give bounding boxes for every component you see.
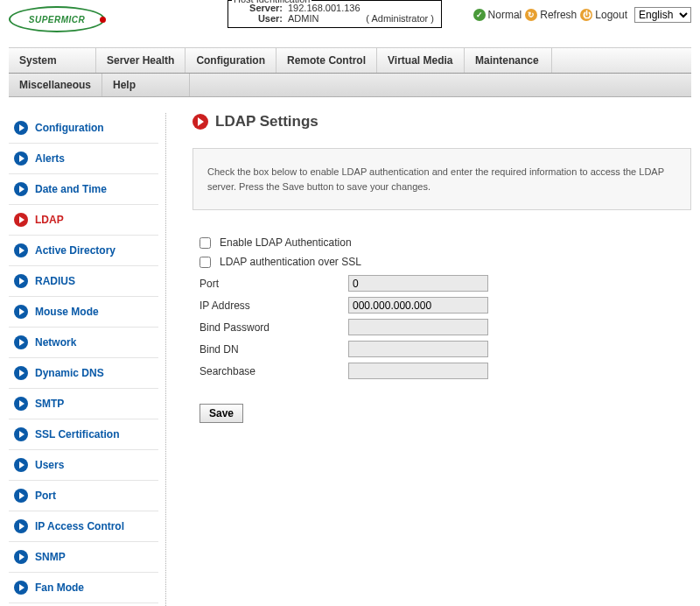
sidebar-item-smtp[interactable]: SMTP [9,389,158,419]
arrow-right-icon [14,489,28,503]
menu-virtual-media[interactable]: Virtual Media [377,48,465,73]
menu-maintenance[interactable]: Maintenance [465,48,552,73]
sidebar-item-mouse-mode[interactable]: Mouse Mode [9,297,158,328]
sidebar-item-label: LDAP [35,214,64,226]
port-label: Port [200,278,348,290]
menubar-secondary: MiscellaneousHelp [9,74,691,97]
arrow-right-icon [14,305,28,319]
enable-ldap-checkbox[interactable] [200,237,211,249]
info-box: Check the box below to enable LDAP authe… [192,148,691,210]
sidebar-item-alerts[interactable]: Alerts [9,144,158,174]
host-legend: Host Identification [232,0,312,4]
arrow-right-icon [192,114,208,130]
arrow-right-icon [14,182,28,196]
sidebar-item-label: Port [35,490,56,502]
arrow-right-icon [14,213,28,227]
ip-input[interactable] [348,297,488,314]
menubar-primary: SystemServer HealthConfigurationRemote C… [9,47,691,74]
sidebar-item-port[interactable]: Port [9,481,158,511]
main: ConfigurationAlertsDate and TimeLDAPActi… [0,97,700,606]
logo-text: SUPERMICR [29,15,86,25]
sidebar-item-fan-mode[interactable]: Fan Mode [9,573,158,603]
arrow-right-icon [14,366,28,380]
sidebar-item-label: Alerts [35,152,65,165]
binddn-input[interactable] [348,341,488,357]
sidebar-item-label: Users [35,459,64,471]
logo-dot-icon [100,17,106,23]
sidebar-item-label: Dynamic DNS [35,367,104,379]
arrow-right-icon [14,243,28,257]
sidebar-item-label: SNMP [35,551,66,563]
sidebar-item-date-and-time[interactable]: Date and Time [9,174,158,205]
logout-link[interactable]: Logout [595,9,627,21]
enable-ldap-label: Enable LDAP Authentication [220,236,352,249]
form-area: Enable LDAP Authentication LDAP authenti… [192,236,691,423]
sidebar-item-label: Configuration [35,122,104,134]
bindpw-input[interactable] [348,319,488,335]
sidebar-item-label: SMTP [35,398,64,410]
sidebar-item-ip-access-control[interactable]: IP Access Control [9,511,158,542]
sidebar-item-label: RADIUS [35,275,75,287]
sidebar-item-radius[interactable]: RADIUS [9,266,158,297]
arrow-right-icon [14,550,28,564]
ip-label: IP Address [200,299,348,312]
ldap-ssl-label: LDAP authentication over SSL [220,256,361,268]
searchbase-label: Searchbase [200,365,348,377]
binddn-label: Bind DN [200,343,348,356]
ip-row: IP Address [200,297,691,314]
searchbase-input[interactable] [348,363,488,379]
port-row: Port [200,275,691,292]
user-label: User: [235,13,288,24]
language-select[interactable]: English [634,7,691,23]
sidebar-item-label: Fan Mode [35,581,84,594]
sidebar-item-configuration[interactable]: Configuration [9,113,158,144]
menu-server-health[interactable]: Server Health [96,48,186,73]
sidebar-item-users[interactable]: Users [9,450,158,481]
menu-help[interactable]: Help [102,74,190,96]
bindpw-label: Bind Password [200,321,348,334]
page-title-row: LDAP Settings [192,113,691,130]
arrow-right-icon [14,397,28,411]
header: SUPERMICR Host Identification Server: 19… [0,0,700,37]
refresh-link[interactable]: Refresh [540,9,577,21]
binddn-row: Bind DN [200,341,691,357]
status-normal: Normal [488,9,522,21]
sidebar-item-ldap[interactable]: LDAP [9,205,158,236]
arrow-right-icon [14,152,28,166]
user-value: ADMIN [288,13,348,24]
checkmark-icon: ✓ [473,9,486,21]
port-input[interactable] [348,275,488,292]
arrow-right-icon [14,519,28,533]
ldap-ssl-row: LDAP authentication over SSL [200,256,691,268]
sidebar-item-label: IP Access Control [35,520,124,532]
sidebar-item-active-directory[interactable]: Active Directory [9,236,158,266]
menu-remote-control[interactable]: Remote Control [276,48,377,73]
sidebar: ConfigurationAlertsDate and TimeLDAPActi… [9,113,166,606]
sidebar-item-label: SSL Certification [35,428,119,440]
refresh-icon: ↻ [525,9,537,21]
sidebar-item-label: Mouse Mode [35,306,99,318]
sidebar-item-snmp[interactable]: SNMP [9,542,158,573]
content: LDAP Settings Check the box below to ena… [166,113,691,606]
ldap-ssl-checkbox[interactable] [200,257,211,268]
user-role: ( Administrator ) [348,13,434,24]
arrow-right-icon [14,274,28,288]
logo-ellipse: SUPERMICR [9,6,105,32]
host-identification-box: Host Identification Server: 192.168.001.… [228,0,442,28]
menu-configuration[interactable]: Configuration [186,48,276,73]
sidebar-item-ssl-certification[interactable]: SSL Certification [9,419,158,450]
arrow-right-icon [14,121,28,135]
arrow-right-icon [14,335,28,349]
menu-system[interactable]: System [9,48,96,73]
arrow-right-icon [14,581,28,595]
sidebar-item-label: Active Directory [35,244,116,257]
menu-miscellaneous[interactable]: Miscellaneous [9,74,102,96]
bindpw-row: Bind Password [200,319,691,335]
save-button[interactable]: Save [200,404,243,423]
host-user-row: User: ADMIN ( Administrator ) [235,13,434,24]
sidebar-item-network[interactable]: Network [9,328,158,358]
sidebar-item-dynamic-dns[interactable]: Dynamic DNS [9,358,158,389]
page-title: LDAP Settings [215,113,318,130]
sidebar-item-label: Network [35,336,76,349]
top-links: ✓ Normal ↻ Refresh ⏻ Logout English [473,7,691,23]
